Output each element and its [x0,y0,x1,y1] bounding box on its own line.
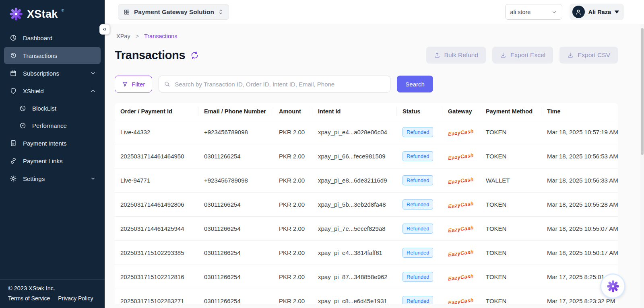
table-row: 2025031715102212816 03011266254 PKR 2.00… [115,265,618,289]
logo[interactable]: XStak ® [0,0,105,28]
payment-links-icon [10,157,17,164]
payment-method-cell: TOKEN [480,144,541,168]
eazycash-logo: EazyCash [448,297,474,304]
sidebar-item-transactions[interactable]: Transactions [4,47,101,64]
status-badge: Refunded [402,248,433,258]
scrollbar-thumb[interactable] [641,28,644,155]
content: XPay > Transactions Transactions Bulk Re… [105,24,644,308]
payment-method-cell: TOKEN [480,193,541,217]
sidebar-item-label: Transactions [23,52,57,59]
export-csv-label: Export CSV [578,51,610,59]
email-phone-cell: 03011266254 [198,144,273,168]
intent-id-cell: xpay_pi_e8...6de32116d9 [312,168,397,193]
sidebar-footer: © 2023 XStak Inc. Terms of Service Priva… [0,279,105,308]
filter-button[interactable]: Filter [115,76,152,92]
table-row: 2025031715102293385 03011266254 PKR 2.00… [115,241,618,265]
email-phone-cell: +923456789098 [198,168,273,193]
bulk-refund-button[interactable]: Bulk Refund [426,47,486,64]
filter-funnel-icon [122,81,128,87]
search-icon [164,81,170,87]
refresh-icon[interactable] [190,51,199,60]
upload-icon [434,52,440,58]
table-row: 2025031714461492806 03011266254 PKR 2.00… [115,193,618,217]
email-phone-cell: 03011266254 [198,289,273,304]
eazycash-logo: EazyCash [448,128,474,137]
store-select-value: ali store [510,9,531,15]
status-badge: Refunded [402,151,433,161]
email-phone-cell: +923456789098 [198,120,273,144]
order-id-cell: 2025031714461425944 [115,217,198,241]
table-row: 2025031714461464950 03011266254 PKR 2.00… [115,144,618,168]
store-select[interactable]: ali store [505,4,562,20]
privacy-policy-link[interactable]: Privacy Policy [58,295,93,302]
order-id-cell: Live-44332 [115,120,198,144]
breadcrumb-separator: > [136,33,139,39]
updown-arrows-icon [218,9,223,15]
sidebar-item-blocklist[interactable]: BlockList [4,100,101,117]
top-header: Payment Gateway Solution ali store Ali R… [105,0,644,24]
search-button[interactable]: Search [397,76,433,92]
user-menu[interactable]: Ali Raza [570,4,624,20]
breadcrumb-transactions[interactable]: Transactions [144,33,177,39]
sidebar-item-xshield[interactable]: XShield [4,82,101,99]
order-id-cell: 2025031714461464950 [115,144,198,168]
grid-icon [124,9,130,15]
chevron-down-icon [551,9,557,15]
amount-cell: PKR 2.00 [273,144,312,168]
sidebar-item-label: Dashboard [23,35,52,41]
performance-icon [19,122,26,129]
time-cell: Mar 18, 2025 10:50:17 AM [541,241,618,265]
export-excel-button[interactable]: Export Excel [492,47,553,64]
email-phone-cell: 03011266254 [198,217,273,241]
col-amount: Amount [273,103,312,120]
status-badge: Refunded [402,199,433,209]
table-row: 2025031715102283271 03011266254 PKR 2.00… [115,289,618,304]
amount-cell: PKR 2.00 [273,193,312,217]
xstak-logo-icon [9,7,23,21]
logo-registered-mark: ® [62,8,64,12]
shield-icon [10,87,17,94]
intent-id-cell: xpay_pi_e4...3814faff61 [312,241,397,265]
time-cell: Mar 18, 2025 10:57:19 AM [541,120,618,144]
app-switcher-button[interactable]: Payment Gateway Solution [118,4,229,20]
sidebar-item-label: Payment Intents [23,140,66,147]
sidebar-collapse-toggle[interactable] [99,24,110,35]
col-intent-id: Intent Id [312,103,397,120]
sidebar-item-label: XShield [23,88,44,94]
copyright-text: © 2023 XStak Inc. [8,285,97,292]
sidebar-item-performance[interactable]: Performance [4,117,101,134]
page-title: Transactions [115,49,185,62]
status-badge: Refunded [402,175,433,185]
collapse-chevrons-icon [102,27,107,32]
breadcrumb-xpay[interactable]: XPay [116,33,130,39]
order-id-cell: 2025031715102212816 [115,265,198,289]
sidebar-item-payment-links[interactable]: Payment Links [4,152,101,169]
sidebar-item-payment-intents[interactable]: Payment Intents [4,135,101,152]
export-csv-button[interactable]: Export CSV [559,47,618,64]
filter-label: Filter [132,81,145,88]
sidebar-item-settings[interactable]: Settings [4,170,101,187]
sidebar-item-label: BlockList [32,105,56,112]
eazycash-logo: EazyCash [448,176,474,185]
status-badge: Refunded [402,296,433,304]
vertical-scrollbar [640,24,644,308]
xstak-chat-widget-button[interactable] [601,275,624,298]
col-payment-method: Payment Method [480,103,541,120]
caret-down-icon [615,10,619,14]
chevron-down-icon [90,70,96,76]
breadcrumb: XPay > Transactions [116,33,618,39]
sidebar-item-dashboard[interactable]: Dashboard [4,29,101,46]
sidebar-item-label: Payment Links [23,158,62,164]
table-row: Live-94771 +923456789098 PKR 2.00 xpay_p… [115,168,618,193]
sidebar-item-subscriptions[interactable]: Subscriptions [4,65,101,82]
col-email-phone: Email / Phone Number [198,103,273,120]
payment-method-cell: TOKEN [480,289,541,304]
table-header-row: Order / Payment Id Email / Phone Number … [115,103,618,120]
intent-id-cell: xpay_pi_5b...3eb2d8fa48 [312,193,397,217]
sidebar-nav: Dashboard Transactions Subscriptions XSh… [0,28,105,188]
terms-of-service-link[interactable]: Terms of Service [8,295,50,302]
sidebar-item-label: Performance [32,122,67,129]
search-input[interactable] [174,80,385,88]
col-status: Status [397,103,442,120]
status-badge: Refunded [402,272,433,282]
